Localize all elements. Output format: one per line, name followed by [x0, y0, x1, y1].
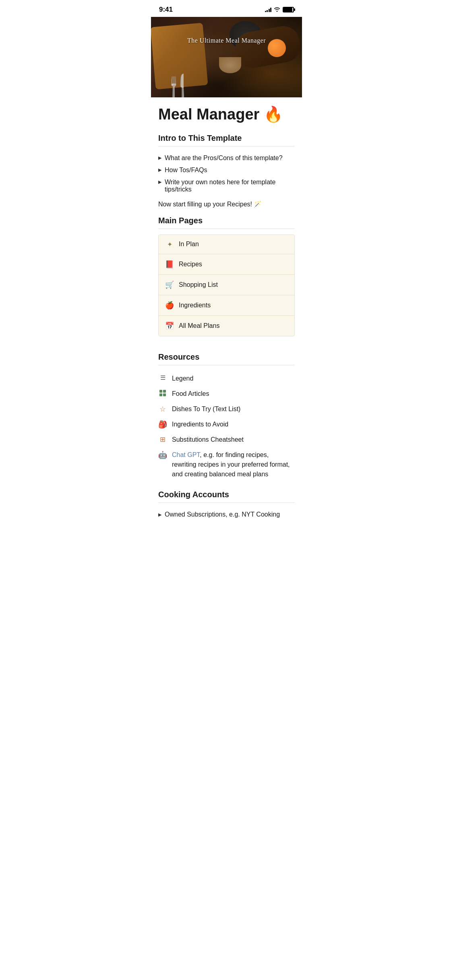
resources-section: Resources ☰ Legend Food Articles ☆ Dishe… — [158, 352, 295, 482]
page-links-container: ✦ In Plan 📕 Recipes 🛒 Shopping List 🍎 In… — [158, 235, 295, 336]
food-articles-icon — [158, 389, 167, 399]
shopping-label: Shopping List — [179, 281, 218, 288]
toggle-text-3: Write your own notes here for template t… — [165, 179, 295, 193]
intro-note: Now start filling up your Recipes! 🪄 — [158, 200, 295, 208]
wifi-icon — [274, 6, 280, 13]
hero-banner: The Ultimate Meal Manager 🍴 — [151, 17, 302, 97]
toggle-item-3[interactable]: ▶ Write your own notes here for template… — [158, 176, 295, 196]
toggle-arrow-3: ▶ — [158, 179, 161, 185]
dishes-icon: ☆ — [158, 405, 167, 414]
signal-bars-icon — [265, 7, 272, 12]
svg-rect-2 — [159, 393, 162, 396]
substitutions-label: Substitutions Cheatsheet — [172, 435, 244, 445]
mealplans-icon: 📅 — [165, 321, 174, 330]
main-content: Meal Manager 🔥 Intro to This Template ▶ … — [151, 97, 302, 529]
ingredients-icon: 🍎 — [165, 301, 174, 310]
cooking-toggle-1[interactable]: ▶ Owned Subscriptions, e.g. NYT Cooking — [158, 509, 295, 521]
battery-icon — [283, 7, 294, 12]
intro-heading: Intro to This Template — [158, 134, 295, 143]
resource-ingredients-avoid[interactable]: 🎒 Ingredients to Avoid — [158, 417, 295, 432]
intro-section: Intro to This Template ▶ What are the Pr… — [158, 134, 295, 208]
cooking-toggle-text: Owned Subscriptions, e.g. NYT Cooking — [165, 511, 280, 518]
legend-label: Legend — [172, 374, 193, 383]
ingredients-avoid-label: Ingredients to Avoid — [172, 420, 228, 429]
shopping-icon: 🛒 — [165, 280, 174, 289]
toggle-arrow-1: ▶ — [158, 155, 161, 161]
food-articles-label: Food Articles — [172, 389, 209, 399]
resources-divider — [158, 365, 295, 365]
resource-legend[interactable]: ☰ Legend — [158, 371, 295, 386]
inplan-label: In Plan — [179, 241, 199, 248]
svg-rect-1 — [163, 390, 166, 393]
cooking-accounts-section: Cooking Accounts ▶ Owned Subscriptions, … — [158, 490, 295, 521]
main-pages-section: Main Pages ✦ In Plan 📕 Recipes 🛒 Shoppin… — [158, 216, 295, 336]
hero-fork-icon: 🍴 — [163, 73, 193, 97]
page-link-mealplans[interactable]: 📅 All Meal Plans — [159, 316, 294, 336]
page-link-shopping[interactable]: 🛒 Shopping List — [159, 275, 294, 295]
resource-food-articles[interactable]: Food Articles — [158, 386, 295, 401]
resource-substitutions[interactable]: ⊞ Substitutions Cheatsheet — [158, 432, 295, 447]
page-link-recipes[interactable]: 📕 Recipes — [159, 254, 294, 275]
status-icons — [265, 6, 294, 13]
status-bar: 9:41 — [151, 0, 302, 17]
main-pages-heading: Main Pages — [158, 216, 295, 225]
toggle-text-2: How Tos/FAQs — [165, 167, 207, 174]
recipes-label: Recipes — [179, 261, 202, 268]
resource-dishes-to-try[interactable]: ☆ Dishes To Try (Text List) — [158, 401, 295, 417]
hero-title: The Ultimate Meal Manager — [151, 37, 302, 44]
svg-rect-3 — [163, 393, 166, 396]
status-time: 9:41 — [159, 6, 173, 14]
cooking-accounts-heading: Cooking Accounts — [158, 490, 295, 499]
chatgpt-icon: 🤖 — [158, 451, 167, 459]
svg-rect-0 — [159, 390, 162, 393]
toggle-text-1: What are the Pros/Cons of this template? — [165, 154, 283, 162]
inplan-icon: ✦ — [165, 241, 174, 248]
legend-icon: ☰ — [158, 374, 167, 381]
toggle-item-2[interactable]: ▶ How Tos/FAQs — [158, 164, 295, 176]
resource-chatgpt[interactable]: 🤖 Chat GPT, e.g. for finding recipes, re… — [158, 447, 295, 482]
page-link-ingredients[interactable]: 🍎 Ingredients — [159, 295, 294, 316]
chatgpt-link[interactable]: Chat GPT — [172, 451, 200, 458]
mealplans-label: All Meal Plans — [179, 322, 219, 329]
dishes-label: Dishes To Try (Text List) — [172, 404, 240, 414]
ingredients-label: Ingredients — [179, 302, 211, 309]
cooking-accounts-divider — [158, 502, 295, 503]
toggle-item-1[interactable]: ▶ What are the Pros/Cons of this templat… — [158, 152, 295, 164]
main-pages-divider — [158, 229, 295, 229]
cooking-toggle-arrow: ▶ — [158, 512, 161, 517]
ingredients-avoid-icon: 🎒 — [158, 420, 167, 429]
chatgpt-label: Chat GPT, e.g. for finding recipes, rewr… — [172, 450, 295, 479]
recipes-icon: 📕 — [165, 260, 174, 269]
resources-heading: Resources — [158, 352, 295, 362]
substitutions-icon: ⊞ — [158, 435, 167, 444]
toggle-arrow-2: ▶ — [158, 167, 161, 173]
intro-divider — [158, 146, 295, 146]
page-link-inplan[interactable]: ✦ In Plan — [159, 235, 294, 254]
page-title: Meal Manager 🔥 — [158, 105, 295, 124]
